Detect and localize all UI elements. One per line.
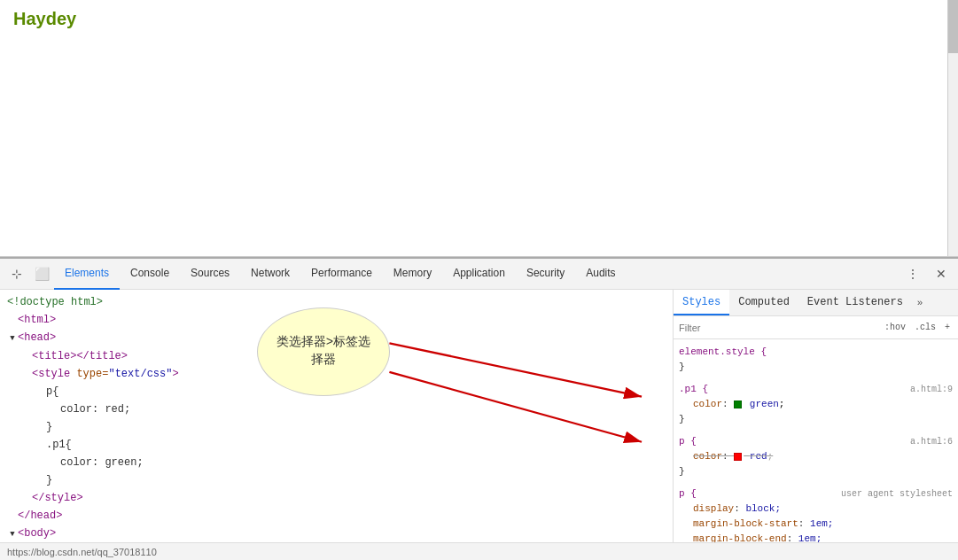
inspect-element-button[interactable]: ⊹ [4,261,29,286]
dom-line: </style> [0,489,673,507]
tab-memory[interactable]: Memory [383,259,442,290]
tab-performance[interactable]: Performance [300,259,383,290]
style-rule-p-useragent: p { user agent stylesheet display: block… [674,485,958,542]
dom-line: } [0,471,673,489]
tab-event-listeners[interactable]: Event Listeners [798,290,912,315]
styles-tabs: Styles Computed Event Listeners » [674,290,958,316]
dom-panel[interactable]: <!doctype html> <html> <head> <title></t… [0,290,674,542]
device-mode-button[interactable]: ⬜ [29,261,54,286]
devtools-more-button[interactable]: ⋮ [900,261,925,286]
dom-line: <body> [0,525,673,542]
tab-network[interactable]: Network [240,259,300,290]
tab-styles[interactable]: Styles [674,290,729,315]
devtools-close-button[interactable]: ✕ [929,261,954,286]
styles-tab-more[interactable]: » [912,290,929,315]
devtools-toolbar: ⊹ ⬜ Elements Console Sources Network Per… [0,259,958,290]
styles-filter-input[interactable] [679,323,878,333]
annotation-balloon: 类选择器>标签选择器 [257,307,390,396]
style-rule-p1: .p1 { a.html:9 color: green; } [674,380,958,429]
dom-line: } [0,418,673,436]
color-swatch-red[interactable] [734,453,742,461]
status-bar: https://blog.csdn.net/qq_37018110 [0,542,958,560]
webpage-area: Haydey [0,0,958,257]
tab-security[interactable]: Security [516,259,575,290]
tab-sources[interactable]: Sources [180,259,240,290]
style-rule-element: element.style { } [674,343,958,377]
tab-audits[interactable]: Audits [575,259,626,290]
tab-application[interactable]: Application [442,259,516,290]
tab-elements[interactable]: Elements [54,259,120,290]
scrollbar[interactable] [947,0,958,256]
devtools-body: <!doctype html> <html> <head> <title></t… [0,290,958,542]
scrollbar-thumb[interactable] [948,0,958,53]
dom-line: color: red; [0,401,673,418]
add-style-button[interactable]: + [942,322,953,333]
color-swatch-green[interactable] [734,401,742,408]
dom-line: </head> [0,507,673,525]
cls-button[interactable]: .cls [912,322,939,333]
styles-content[interactable]: element.style { } .p1 { a.html:9 color: … [674,339,958,542]
style-rule-p-strikethrough: p { a.html:6 color: red; } [674,432,958,481]
tab-console[interactable]: Console [120,259,180,290]
annotation-text: 类选择器>标签选择器 [276,334,370,369]
dom-line: .p1{ [0,436,673,454]
dom-line: color: green; [0,454,673,471]
status-text: https://blog.csdn.net/qq_37018110 [7,547,157,557]
styles-panel: Styles Computed Event Listeners » :hov .… [674,290,958,542]
tab-computed[interactable]: Computed [729,290,798,315]
page-title: Haydey [0,0,958,38]
hov-button[interactable]: :hov [882,322,908,333]
styles-filter: :hov .cls + [674,316,958,339]
devtools-panel: ⊹ ⬜ Elements Console Sources Network Per… [0,257,958,560]
